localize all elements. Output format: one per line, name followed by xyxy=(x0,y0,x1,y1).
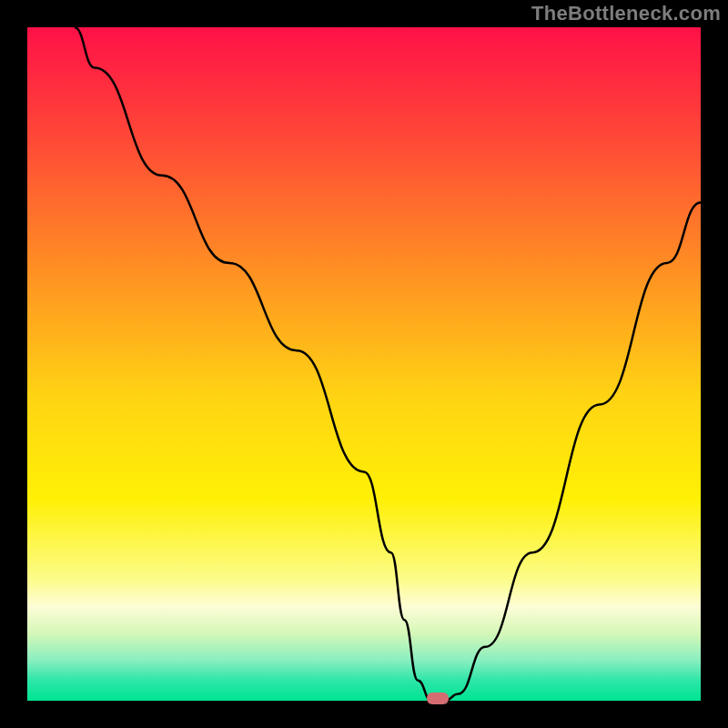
bottleneck-chart xyxy=(0,0,728,728)
plot-background xyxy=(27,27,701,701)
optimal-point-marker xyxy=(427,693,449,704)
chart-container: TheBottleneck.com xyxy=(0,0,728,728)
